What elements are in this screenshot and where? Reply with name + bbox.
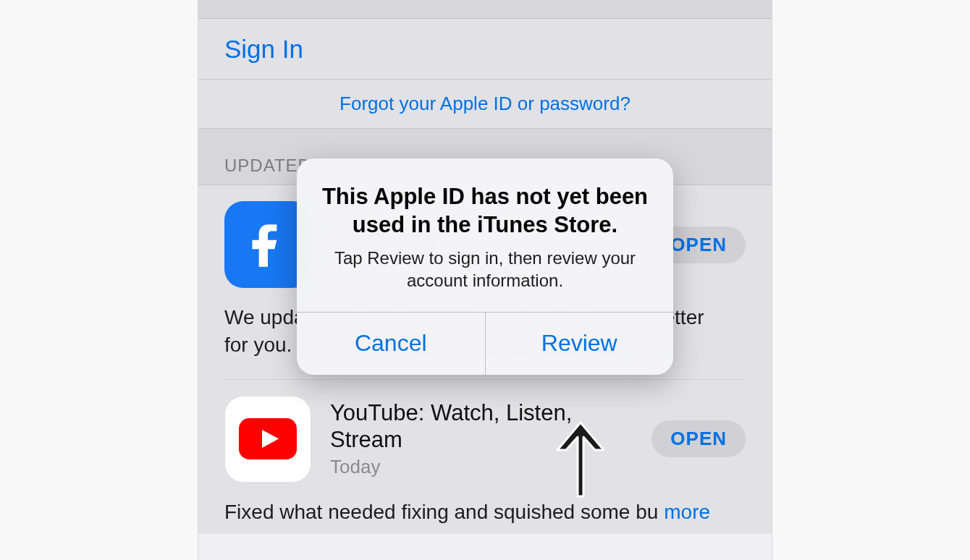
more-link[interactable]: more xyxy=(664,499,710,526)
cancel-button[interactable]: Cancel xyxy=(297,313,485,375)
app-date: Today xyxy=(330,456,633,478)
alert-buttons: Cancel Review xyxy=(297,312,673,375)
app-item-youtube[interactable]: YouTube: Watch, Listen, Stream Today OPE… xyxy=(198,380,772,535)
open-button[interactable]: OPEN xyxy=(651,420,746,457)
app-meta: YouTube: Watch, Listen, Stream Today xyxy=(330,399,633,478)
review-button[interactable]: Review xyxy=(485,313,674,375)
youtube-icon xyxy=(224,396,311,483)
alert-message: Tap Review to sign in, then review your … xyxy=(319,247,651,292)
app-description: Fixed what needed fixing and squished so… xyxy=(224,499,746,535)
app-row: YouTube: Watch, Listen, Stream Today OPE… xyxy=(224,396,746,483)
alert-body: This Apple ID has not yet been used in t… xyxy=(297,158,673,312)
sign-in-link[interactable]: Sign In xyxy=(224,35,303,64)
forgot-row[interactable]: Forgot your Apple ID or password? xyxy=(198,80,772,129)
sign-in-row[interactable]: Sign In xyxy=(198,19,772,80)
app-name: YouTube: Watch, Listen, Stream xyxy=(330,399,633,453)
alert-title: This Apple ID has not yet been used in t… xyxy=(319,183,651,239)
desc-line: Fixed what needed fixing and squished so… xyxy=(224,499,658,526)
header-spacer xyxy=(198,0,772,19)
forgot-apple-id-link[interactable]: Forgot your Apple ID or password? xyxy=(340,93,630,115)
apple-id-alert: This Apple ID has not yet been used in t… xyxy=(297,158,673,375)
